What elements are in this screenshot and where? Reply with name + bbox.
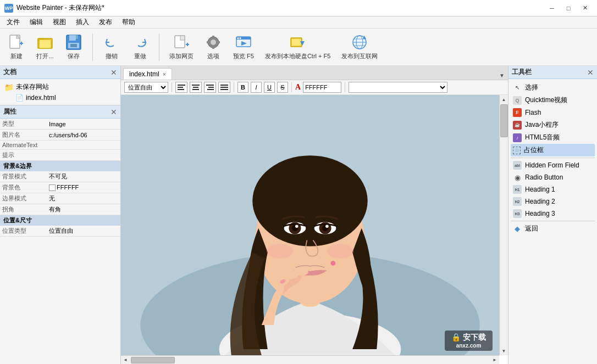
open-button[interactable]: 打开... [33, 31, 57, 63]
tab-close-button[interactable]: × [163, 71, 166, 77]
prop-value-tooltip [47, 150, 120, 161]
prop-label-tooltip: 提示 [0, 150, 47, 161]
right-tools-sep2 [511, 221, 595, 221]
align-center-button[interactable] [190, 82, 202, 93]
tool-heading2[interactable]: H2 Heading 2 [511, 195, 595, 208]
tool-java-label: Java小程序 [525, 120, 559, 130]
preview-label: 预览 F5 [233, 52, 254, 60]
svg-point-61 [295, 225, 298, 228]
publish-local-button[interactable]: 发布到本地硬盘Ctrl + F5 [262, 31, 334, 63]
scroll-right-arrow[interactable]: ► [490, 356, 499, 365]
svg-rect-18 [212, 36, 214, 38]
vertical-scrollbar[interactable]: ▲ ▼ [499, 95, 508, 355]
right-tools-sep [511, 158, 595, 158]
tool-hidden-form[interactable]: abl Hidden Form Field [511, 159, 595, 171]
tool-quicktime[interactable]: Q Quicktime视频 [511, 94, 595, 107]
tool-back[interactable]: ◆ 返回 [511, 222, 595, 235]
back-icon: ◆ [513, 225, 522, 233]
close-button[interactable]: ✕ [577, 2, 593, 14]
right-tools-list: ↖ 选择 Q Quicktime视频 F Flash ☕ Java小程序 ♪ H… [508, 79, 597, 237]
color-input[interactable] [303, 82, 341, 93]
tree-site-item[interactable]: 📁 未保存网站 [2, 81, 118, 93]
prop-section-pos-header: 位置&尺寸 [0, 215, 120, 226]
svg-rect-44 [207, 89, 214, 90]
strikethrough-button[interactable]: S [277, 82, 288, 93]
tab-dropdown-arrow[interactable]: ▼ [496, 71, 508, 80]
scroll-left-arrow[interactable]: ◄ [121, 356, 130, 365]
prop-label-alttext: AlternateText [0, 141, 47, 150]
preview-button[interactable]: 预览 F5 [230, 31, 257, 63]
maximize-button[interactable]: □ [561, 2, 576, 14]
svg-rect-41 [192, 89, 199, 90]
tool-placeholder[interactable]: □ 占位框 [511, 144, 595, 156]
prop-row-corner: 拐角 有角 [0, 204, 120, 215]
publish-local-icon [289, 33, 307, 51]
new-button[interactable]: 新建 [4, 31, 29, 63]
menu-publish[interactable]: 发布 [95, 16, 117, 28]
tab-index-html[interactable]: index.html × [123, 68, 172, 80]
tool-heading1[interactable]: H1 Heading 1 [511, 183, 595, 195]
et-sep-3 [291, 82, 292, 92]
tree-file-item[interactable]: 📄 index.html [13, 93, 118, 103]
doc-panel-close[interactable]: ✕ [110, 68, 117, 77]
svg-rect-42 [206, 85, 214, 86]
right-panel-close[interactable]: ✕ [587, 68, 594, 77]
add-page-button[interactable]: 添加网页 [166, 31, 197, 63]
tool-select[interactable]: ↖ 选择 [511, 81, 595, 94]
toolbar-separator-1 [92, 33, 93, 61]
prop-value-filename: c:/users/hd-06 [47, 130, 120, 141]
hscroll-thumb[interactable] [131, 357, 175, 363]
font-color-icon: A [295, 83, 301, 92]
redo-button[interactable]: 重做 [128, 31, 152, 63]
tool-html5audio[interactable]: ♪ HTML5音频 [511, 131, 595, 144]
publish-web-button[interactable]: 发布到互联网 [338, 31, 381, 63]
doc-tree: 📁 未保存网站 📄 index.html [0, 79, 120, 105]
underline-button[interactable]: U [264, 82, 275, 93]
new-label: 新建 [10, 52, 23, 60]
prop-label-bgmode: 背景模式 [0, 171, 47, 182]
vscroll-thumb[interactable] [500, 104, 508, 137]
menu-edit[interactable]: 编辑 [25, 16, 47, 28]
prop-value-alttext [47, 141, 120, 150]
position-select[interactable]: 位置自由 [124, 82, 168, 93]
undo-icon [103, 33, 120, 51]
tool-flash[interactable]: F Flash [511, 107, 595, 119]
tool-heading3[interactable]: H3 Heading 3 [511, 208, 595, 220]
document-panel: 文档 ✕ 📁 未保存网站 📄 index.html [0, 66, 120, 105]
undo-button[interactable]: 撤销 [100, 31, 124, 63]
scroll-down-arrow[interactable]: ▼ [500, 346, 508, 355]
props-panel-close[interactable]: ✕ [110, 108, 117, 116]
save-button[interactable]: 保存 [62, 31, 86, 63]
prop-section-pos: 位置&尺寸 [0, 215, 120, 226]
new-icon [8, 33, 25, 51]
menu-help[interactable]: 帮助 [118, 16, 140, 28]
font-select[interactable] [349, 82, 447, 93]
svg-rect-38 [178, 89, 184, 90]
svg-rect-47 [220, 89, 228, 90]
left-panel: 文档 ✕ 📁 未保存网站 📄 index.html 属性 ✕ [0, 66, 121, 364]
horizontal-scrollbar[interactable]: ◄ ► [121, 355, 499, 364]
doc-panel-title: 文档 [3, 68, 16, 77]
options-button[interactable]: 选项 [201, 31, 225, 63]
menu-insert[interactable]: 插入 [71, 16, 93, 28]
align-justify-button[interactable] [218, 82, 230, 93]
italic-button[interactable]: I [251, 82, 262, 93]
tool-java[interactable]: ☕ Java小程序 [511, 119, 595, 131]
html5audio-icon: ♪ [513, 133, 522, 142]
menu-view[interactable]: 视图 [48, 16, 70, 28]
minimize-button[interactable]: ─ [544, 2, 560, 14]
canvas-area[interactable]: ▲ ▼ ◄ ► 🔒安下载 anxz.com [121, 95, 508, 364]
scroll-up-arrow[interactable]: ▲ [500, 95, 508, 104]
heading1-icon: H1 [513, 185, 522, 194]
prop-row-postype: 位置类型 位置自由 [0, 226, 120, 237]
align-left-button[interactable] [175, 82, 187, 93]
bgcolor-swatch [49, 184, 56, 191]
align-right-button[interactable] [204, 82, 216, 93]
options-label: 选项 [207, 52, 219, 60]
java-icon: ☕ [513, 121, 522, 130]
site-name-label: 未保存网站 [16, 82, 49, 92]
menu-file[interactable]: 文件 [2, 16, 24, 28]
bold-button[interactable]: B [237, 82, 248, 93]
tool-radio[interactable]: ◉ Radio Button [511, 171, 595, 183]
svg-rect-6 [39, 40, 51, 48]
